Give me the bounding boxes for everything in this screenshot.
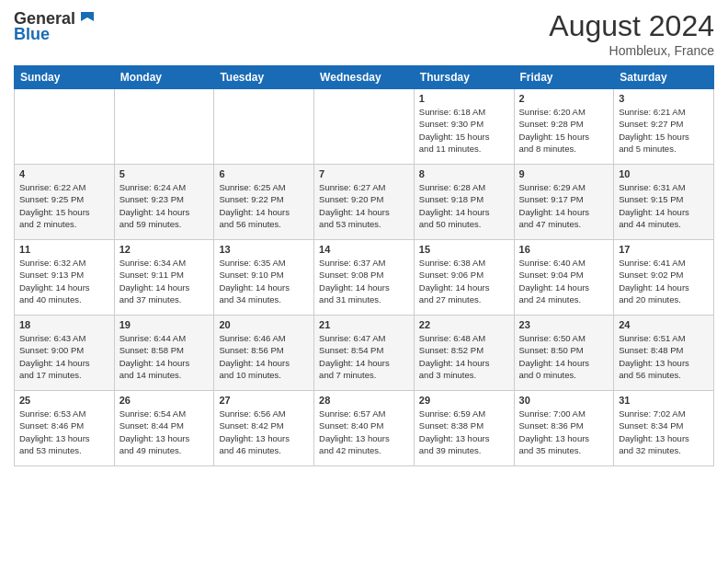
day-number: 8 [419, 168, 509, 179]
month-year-title: August 2024 [549, 9, 714, 43]
day-number: 12 [119, 244, 210, 255]
day-info: Sunrise: 6:51 AM Sunset: 8:48 PM Dayligh… [619, 332, 709, 381]
calendar-cell: 13Sunrise: 6:35 AM Sunset: 9:10 PM Dayli… [214, 240, 314, 316]
calendar-cell: 20Sunrise: 6:46 AM Sunset: 8:56 PM Dayli… [214, 316, 314, 391]
calendar-cell: 3Sunrise: 6:21 AM Sunset: 9:27 PM Daylig… [614, 89, 714, 165]
calendar-cell: 7Sunrise: 6:27 AM Sunset: 9:20 PM Daylig… [314, 165, 415, 240]
calendar-cell: 12Sunrise: 6:34 AM Sunset: 9:11 PM Dayli… [114, 240, 214, 316]
calendar-cell: 2Sunrise: 6:20 AM Sunset: 9:28 PM Daylig… [514, 89, 614, 165]
day-number: 9 [519, 168, 609, 179]
col-header-monday: Monday [114, 66, 214, 89]
calendar-cell: 26Sunrise: 6:54 AM Sunset: 8:44 PM Dayli… [114, 391, 214, 466]
calendar-cell [214, 89, 314, 165]
week-row-4: 25Sunrise: 6:53 AM Sunset: 8:46 PM Dayli… [15, 391, 714, 466]
day-info: Sunrise: 6:37 AM Sunset: 9:08 PM Dayligh… [319, 257, 409, 305]
day-number: 7 [319, 168, 409, 179]
day-number: 17 [619, 244, 709, 255]
day-info: Sunrise: 6:46 AM Sunset: 8:56 PM Dayligh… [219, 332, 309, 381]
logo-blue: Blue [14, 25, 50, 44]
header: General Blue August 2024 Hombleux, Franc… [14, 9, 714, 58]
day-info: Sunrise: 6:38 AM Sunset: 9:06 PM Dayligh… [419, 257, 509, 305]
calendar-cell: 16Sunrise: 6:40 AM Sunset: 9:04 PM Dayli… [514, 240, 614, 316]
day-number: 25 [19, 395, 109, 406]
logo-flag-icon [77, 8, 97, 29]
calendar-cell: 19Sunrise: 6:44 AM Sunset: 8:58 PM Dayli… [114, 316, 214, 391]
day-number: 15 [419, 244, 509, 255]
day-number: 4 [19, 168, 109, 179]
calendar-cell: 1Sunrise: 6:18 AM Sunset: 9:30 PM Daylig… [414, 89, 514, 165]
week-row-2: 11Sunrise: 6:32 AM Sunset: 9:13 PM Dayli… [15, 240, 714, 316]
calendar-cell: 27Sunrise: 6:56 AM Sunset: 8:42 PM Dayli… [214, 391, 314, 466]
day-info: Sunrise: 6:24 AM Sunset: 9:23 PM Dayligh… [119, 181, 210, 230]
day-info: Sunrise: 6:20 AM Sunset: 9:28 PM Dayligh… [519, 106, 609, 155]
day-number: 30 [519, 395, 609, 406]
day-number: 18 [19, 319, 109, 330]
day-number: 6 [219, 168, 309, 179]
calendar-cell: 23Sunrise: 6:50 AM Sunset: 8:50 PM Dayli… [514, 316, 614, 391]
calendar-cell: 21Sunrise: 6:47 AM Sunset: 8:54 PM Dayli… [314, 316, 415, 391]
week-row-1: 4Sunrise: 6:22 AM Sunset: 9:25 PM Daylig… [15, 165, 714, 240]
day-info: Sunrise: 6:29 AM Sunset: 9:17 PM Dayligh… [519, 181, 609, 230]
day-info: Sunrise: 6:25 AM Sunset: 9:22 PM Dayligh… [219, 181, 309, 230]
day-info: Sunrise: 6:35 AM Sunset: 9:10 PM Dayligh… [219, 257, 309, 305]
calendar-cell: 28Sunrise: 6:57 AM Sunset: 8:40 PM Dayli… [314, 391, 415, 466]
day-number: 26 [119, 395, 210, 406]
day-info: Sunrise: 6:50 AM Sunset: 8:50 PM Dayligh… [519, 332, 609, 381]
day-number: 13 [219, 244, 309, 255]
calendar-cell: 11Sunrise: 6:32 AM Sunset: 9:13 PM Dayli… [15, 240, 115, 316]
calendar-cell: 14Sunrise: 6:37 AM Sunset: 9:08 PM Dayli… [314, 240, 415, 316]
day-info: Sunrise: 6:22 AM Sunset: 9:25 PM Dayligh… [19, 181, 109, 230]
day-number: 14 [319, 244, 409, 255]
day-info: Sunrise: 6:44 AM Sunset: 8:58 PM Dayligh… [119, 332, 210, 381]
day-number: 10 [619, 168, 709, 179]
day-number: 24 [619, 319, 709, 330]
svg-marker-0 [81, 12, 94, 21]
page-container: General Blue August 2024 Hombleux, Franc… [0, 0, 728, 471]
day-number: 11 [19, 244, 109, 255]
location-subtitle: Hombleux, France [549, 43, 714, 58]
day-info: Sunrise: 7:00 AM Sunset: 8:36 PM Dayligh… [519, 408, 609, 456]
day-info: Sunrise: 6:27 AM Sunset: 9:20 PM Dayligh… [319, 181, 409, 230]
day-number: 23 [519, 319, 609, 330]
day-number: 2 [519, 93, 609, 104]
day-number: 28 [319, 395, 409, 406]
col-header-saturday: Saturday [614, 66, 714, 89]
calendar-cell: 25Sunrise: 6:53 AM Sunset: 8:46 PM Dayli… [15, 391, 115, 466]
day-info: Sunrise: 6:57 AM Sunset: 8:40 PM Dayligh… [319, 408, 409, 456]
day-number: 27 [219, 395, 309, 406]
day-info: Sunrise: 6:41 AM Sunset: 9:02 PM Dayligh… [619, 257, 709, 305]
calendar-cell [114, 89, 214, 165]
day-info: Sunrise: 6:54 AM Sunset: 8:44 PM Dayligh… [119, 408, 210, 456]
calendar-cell: 18Sunrise: 6:43 AM Sunset: 9:00 PM Dayli… [15, 316, 115, 391]
header-row: SundayMondayTuesdayWednesdayThursdayFrid… [15, 66, 714, 89]
calendar-cell: 29Sunrise: 6:59 AM Sunset: 8:38 PM Dayli… [414, 391, 514, 466]
col-header-wednesday: Wednesday [314, 66, 415, 89]
calendar-cell [15, 89, 115, 165]
col-header-thursday: Thursday [414, 66, 514, 89]
day-info: Sunrise: 6:59 AM Sunset: 8:38 PM Dayligh… [419, 408, 509, 456]
day-info: Sunrise: 6:18 AM Sunset: 9:30 PM Dayligh… [419, 106, 509, 155]
day-info: Sunrise: 6:21 AM Sunset: 9:27 PM Dayligh… [619, 106, 709, 155]
week-row-3: 18Sunrise: 6:43 AM Sunset: 9:00 PM Dayli… [15, 316, 714, 391]
day-info: Sunrise: 6:47 AM Sunset: 8:54 PM Dayligh… [319, 332, 409, 381]
day-info: Sunrise: 6:56 AM Sunset: 8:42 PM Dayligh… [219, 408, 309, 456]
calendar-cell: 9Sunrise: 6:29 AM Sunset: 9:17 PM Daylig… [514, 165, 614, 240]
day-info: Sunrise: 6:53 AM Sunset: 8:46 PM Dayligh… [19, 408, 109, 456]
calendar-cell: 10Sunrise: 6:31 AM Sunset: 9:15 PM Dayli… [614, 165, 714, 240]
calendar-cell: 17Sunrise: 6:41 AM Sunset: 9:02 PM Dayli… [614, 240, 714, 316]
calendar-cell: 15Sunrise: 6:38 AM Sunset: 9:06 PM Dayli… [414, 240, 514, 316]
calendar-cell: 30Sunrise: 7:00 AM Sunset: 8:36 PM Dayli… [514, 391, 614, 466]
day-number: 16 [519, 244, 609, 255]
day-info: Sunrise: 6:32 AM Sunset: 9:13 PM Dayligh… [19, 257, 109, 305]
day-number: 29 [419, 395, 509, 406]
calendar-cell: 8Sunrise: 6:28 AM Sunset: 9:18 PM Daylig… [414, 165, 514, 240]
calendar-cell: 31Sunrise: 7:02 AM Sunset: 8:34 PM Dayli… [614, 391, 714, 466]
logo: General Blue [14, 9, 97, 44]
day-info: Sunrise: 7:02 AM Sunset: 8:34 PM Dayligh… [619, 408, 709, 456]
col-header-tuesday: Tuesday [214, 66, 314, 89]
day-number: 20 [219, 319, 309, 330]
title-section: August 2024 Hombleux, France [549, 9, 714, 58]
day-info: Sunrise: 6:48 AM Sunset: 8:52 PM Dayligh… [419, 332, 509, 381]
day-number: 3 [619, 93, 709, 104]
day-number: 22 [419, 319, 509, 330]
